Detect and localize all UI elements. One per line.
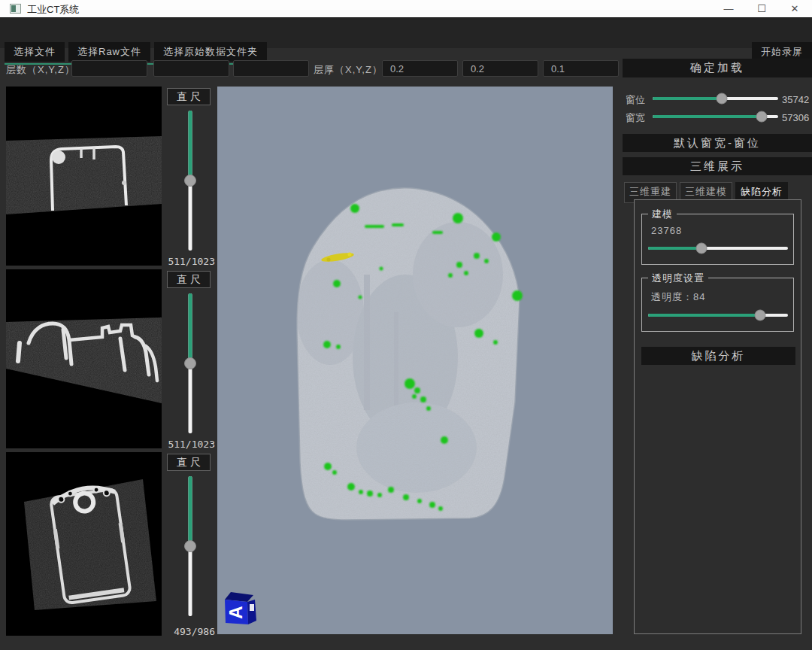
minimize-button[interactable]: — <box>711 0 746 17</box>
orientation-cube[interactable]: A <box>225 592 256 624</box>
slice-slider-handle-3[interactable] <box>184 540 196 552</box>
slice-position-1: 511/1023 <box>168 256 215 267</box>
opacity-group-title: 透明度设置 <box>648 272 708 285</box>
modeling-group-title: 建模 <box>648 208 677 221</box>
orientation-cube-label: A <box>226 606 246 618</box>
maximize-button[interactable]: ☐ <box>744 0 779 17</box>
modeling-slider[interactable] <box>648 243 788 254</box>
ct-slice-image-2 <box>6 269 162 448</box>
layers-label: 层数（X,Y,Z） <box>6 63 75 77</box>
modeling-groupbox: 建模 23768 <box>641 214 794 265</box>
select-file-button[interactable]: 选择文件 <box>5 42 65 62</box>
confirm-load-button[interactable]: 确定加载 <box>623 59 812 77</box>
thickness-x-input[interactable] <box>382 60 458 77</box>
ruler-button-2[interactable]: 直尺 <box>167 271 211 288</box>
default-window-button[interactable]: 默认窗宽-窗位 <box>623 134 812 152</box>
slice-position-2: 511/1023 <box>168 439 215 450</box>
scanned-object <box>296 188 520 520</box>
thickness-label: 层厚（X,Y,Z） <box>314 63 383 77</box>
modeling-slider-handle[interactable] <box>695 243 707 254</box>
window-level-slider[interactable] <box>653 93 778 104</box>
slice-slider-handle-1[interactable] <box>184 175 196 187</box>
opacity-groupbox: 透明度设置 透明度：84 <box>641 278 794 332</box>
slice-slider-1[interactable] <box>164 111 217 251</box>
title-bar: 工业CT系统 — ☐ ✕ <box>0 0 812 18</box>
defect-analysis-tab-page: 建模 23768 透明度设置 透明度：84 缺陷分析 <box>634 199 801 634</box>
window-level-label: 窗位 <box>626 93 645 107</box>
ruler-button-1[interactable]: 直尺 <box>167 88 211 105</box>
window-width-label: 窗宽 <box>626 111 645 125</box>
app-icon <box>10 4 21 14</box>
show-3d-button[interactable]: 三维展示 <box>623 157 812 175</box>
3d-view-canvas[interactable]: A <box>217 87 613 634</box>
window-level-value: 35742 <box>782 94 809 105</box>
layers-y-input[interactable] <box>153 60 229 77</box>
opacity-slider[interactable] <box>648 310 788 320</box>
window-width-slider[interactable] <box>653 111 778 122</box>
slice-control-column-3: 直尺 493/986 <box>164 452 217 637</box>
opacity-slider-handle[interactable] <box>754 310 765 321</box>
window-width-handle[interactable] <box>756 111 768 123</box>
select-raw-folder-button[interactable]: 选择原始数据文件夹 <box>154 42 267 62</box>
modeling-value: 23768 <box>651 225 682 236</box>
select-raw-file-button[interactable]: 选择Raw文件 <box>68 42 150 62</box>
slice-control-column-1: 直尺 511/1023 <box>164 87 217 267</box>
main-window: 工业CT系统 — ☐ ✕ 选择文件 选择Raw文件 选择原始数据文件夹 开始录屏… <box>0 0 812 650</box>
ruler-button-3[interactable]: 直尺 <box>167 454 211 471</box>
slice-position-3: 493/986 <box>174 626 215 637</box>
slice-view-middle <box>6 269 162 448</box>
opacity-value-label: 透明度：84 <box>651 290 705 304</box>
window-level-handle[interactable] <box>716 93 727 105</box>
thickness-y-input[interactable] <box>462 60 538 77</box>
slice-view-bottom <box>6 452 162 636</box>
toolbar: 选择文件 选择Raw文件 选择原始数据文件夹 开始录屏 <box>0 18 812 48</box>
window-width-value: 57306 <box>782 112 809 123</box>
slice-slider-3[interactable] <box>164 476 217 616</box>
slice-slider-handle-2[interactable] <box>184 357 196 369</box>
ct-slice-image-1 <box>6 87 162 266</box>
layers-x-input[interactable] <box>71 60 147 77</box>
window-title: 工业CT系统 <box>27 3 79 17</box>
3d-viewport[interactable]: A <box>217 87 613 634</box>
defect-analysis-button[interactable]: 缺陷分析 <box>641 347 795 365</box>
close-button[interactable]: ✕ <box>777 0 812 17</box>
ct-slice-image-3 <box>6 452 162 636</box>
slice-view-top <box>6 87 162 266</box>
slice-control-column-2: 直尺 511/1023 <box>164 269 217 450</box>
thickness-z-input[interactable] <box>543 60 619 77</box>
layers-z-input[interactable] <box>233 60 309 77</box>
slice-slider-2[interactable] <box>164 293 217 433</box>
